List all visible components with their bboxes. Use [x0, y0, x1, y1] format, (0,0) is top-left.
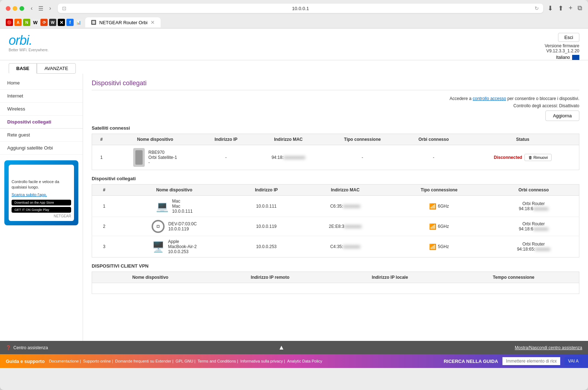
- dev1-type: 📶 6GHz: [390, 196, 488, 217]
- table-row: 2 DEV-D7:03:0C 10.0.0.119: [92, 217, 579, 236]
- vpn-table: Nome dispositivo Indirizzo IP remoto Ind…: [92, 272, 579, 294]
- satellites-table: # Nome dispositivo Indirizzo IP Indirizz…: [92, 134, 579, 170]
- fav-6[interactable]: W: [49, 19, 56, 26]
- col-indirizzo-mac: Indirizzo MAC: [253, 134, 324, 145]
- sidebar-item-home[interactable]: Home: [0, 77, 83, 90]
- dev3-orbi: Orbi Router 94:18:65:xxxxxxx: [488, 236, 579, 257]
- address-icon: ⊡: [62, 5, 66, 11]
- footer-link-privacy[interactable]: Informativa sulla privacy: [240, 359, 285, 363]
- dev1-brand: Mac: [172, 199, 193, 204]
- fav-4[interactable]: W: [32, 19, 39, 26]
- tab-title: NETGEAR Router Orbi: [99, 20, 148, 25]
- main-panel: Dispositivi collegati Accedere a control…: [83, 74, 588, 341]
- dev1-label: Mac: [172, 204, 193, 209]
- active-tab[interactable]: 🔲 NETGEAR Router Orbi ✕: [85, 17, 161, 27]
- laptop-icon: 💻: [156, 200, 169, 212]
- vai-button[interactable]: VAI A: [565, 357, 582, 365]
- address-bar[interactable]: ⊡ 10.0.0.1 ↻: [58, 4, 544, 13]
- sidebar-item-dispositivi[interactable]: Dispositivi collegati: [0, 116, 83, 129]
- nav-tabs: BASE AVANZATE: [0, 63, 588, 74]
- page-content: orbi. Better WiFi. Everywhere. Esci Vers…: [0, 29, 588, 368]
- ring-icon: [152, 220, 165, 233]
- logo-sub: Better WiFi. Everywhere.: [9, 48, 49, 52]
- fav-9[interactable]: 📊: [75, 19, 82, 26]
- col-tipo-connessione: Tipo connessione: [324, 134, 401, 145]
- sidebar-item-wireless[interactable]: Wireless: [0, 103, 83, 116]
- new-tab-icon[interactable]: +: [569, 4, 572, 12]
- access-control-link[interactable]: controllo accesso: [473, 96, 506, 101]
- sat-connection: -: [324, 145, 401, 170]
- remove-label: Rimuovi: [533, 155, 548, 160]
- table-row: 1 RBE970 Orbi Satellite-1 -: [92, 145, 579, 170]
- dev2-freq: 6GHz: [438, 224, 449, 229]
- footer-link-faq[interactable]: Domande frequenti su Extender: [115, 359, 173, 363]
- dev2-sub: 10.0.0.119: [168, 226, 197, 231]
- share-icon[interactable]: ⬆: [558, 4, 563, 12]
- maximize-button[interactable]: [19, 6, 24, 11]
- fav-3[interactable]: N: [23, 19, 30, 26]
- dev1-orbi-mac: 94:18:6xxxxxxx: [492, 206, 575, 211]
- flag-icon: [572, 55, 579, 60]
- app-store-badge[interactable]: Download on the App Store: [12, 200, 71, 205]
- footer-link-terms[interactable]: Terms and Conditions: [197, 359, 238, 363]
- netgear-brand: NETGEAR: [12, 214, 71, 218]
- downloads-icon[interactable]: ⬇: [548, 4, 553, 12]
- sat-mac: 94:18:xxxxxxxxxx: [253, 145, 324, 170]
- aggiorna-button[interactable]: Aggiorna: [545, 110, 579, 121]
- tab-close-button[interactable]: ✕: [151, 20, 155, 25]
- language-selector[interactable]: Italiano: [556, 55, 579, 60]
- dev3-num: 3: [92, 236, 116, 257]
- centro-assistenza-link[interactable]: Centro assistenza: [13, 345, 48, 350]
- forward-button[interactable]: ›: [47, 4, 53, 13]
- ad-link[interactable]: Scarica subito l'app.: [12, 192, 71, 197]
- tab-avanzate[interactable]: AVANZATE: [37, 63, 76, 74]
- close-button[interactable]: [6, 6, 10, 11]
- access-control-text: Accedere a: [449, 96, 471, 101]
- tabs-icon[interactable]: ⧉: [578, 4, 582, 12]
- satellites-section-title: Satelliti connessi: [92, 125, 579, 131]
- info-bar: Accedere a controllo accesso per consent…: [92, 96, 579, 121]
- minimize-button[interactable]: [13, 6, 17, 11]
- traffic-lights: [6, 6, 24, 11]
- ad-logo: orbi.: [12, 168, 71, 177]
- sidebar: Home Internet Wireless Dispositivi colle…: [0, 74, 83, 341]
- tab-base[interactable]: BASE: [9, 63, 37, 74]
- sidebar-item-aggiungi-satellite[interactable]: Aggiungi satellite Orbi: [0, 142, 83, 155]
- fav-2[interactable]: A: [14, 19, 22, 26]
- dev3-orbi-name: Orbi Router: [492, 242, 575, 247]
- dev2-orbi-mac: 94:18:6xxxxxxx: [492, 226, 575, 231]
- sidebar-item-internet[interactable]: Internet: [0, 90, 83, 103]
- info-right: Accedere a controllo accesso per consent…: [449, 96, 579, 121]
- vpn-empty-row: [92, 283, 579, 294]
- fav-1[interactable]: 🔴: [6, 19, 13, 26]
- dev1-orbi-name: Orbi Router: [492, 201, 575, 206]
- footer-link-supporto[interactable]: Supporto online: [83, 359, 113, 363]
- footer-links: Documentazione Supporto online Domande f…: [49, 359, 322, 363]
- dev-col-num: #: [92, 185, 116, 196]
- footer-link-doc[interactable]: Documentazione: [49, 359, 81, 363]
- esci-button[interactable]: Esci: [558, 33, 579, 42]
- sat-status: Disconnected 🗑 Rimuovi: [466, 145, 579, 170]
- sat-model: RBE970: [148, 150, 177, 155]
- sat-mac-blurred: xxxxxxxxxx: [284, 155, 305, 160]
- fav-8[interactable]: f: [66, 19, 74, 26]
- wifi-6ghz-icon-2: 📶: [429, 223, 436, 230]
- back-button[interactable]: ‹: [29, 4, 35, 13]
- google-play-badge[interactable]: GET IT ON Google Play: [12, 207, 71, 213]
- fav-7[interactable]: ✕: [58, 19, 65, 26]
- show-hide-link[interactable]: Mostra/Nascondi centro assistenza: [515, 345, 582, 350]
- language-text: Italiano: [556, 55, 570, 60]
- reload-icon[interactable]: ↻: [535, 5, 539, 11]
- footer-link-gpl[interactable]: GPL GNU: [175, 359, 195, 363]
- search-input[interactable]: [502, 357, 560, 365]
- table-row: 3 🖥️ Apple MacBook-Air-2 10.0.0.253: [92, 236, 579, 257]
- satellite-device-icon: [133, 148, 145, 167]
- footer-link-analytic[interactable]: Analytic Data Policy: [287, 359, 322, 363]
- connected-table: # Nome dispositivo Indirizzo IP Indirizz…: [92, 184, 579, 257]
- sidebar-toggle[interactable]: ☰: [36, 4, 45, 13]
- fav-5[interactable]: ⟳: [40, 19, 48, 26]
- sidebar-item-rete-guest[interactable]: Rete guest: [0, 129, 83, 142]
- rimuovi-button[interactable]: 🗑 Rimuovi: [524, 154, 552, 161]
- help-section: ❓ Centro assistenza: [6, 345, 48, 350]
- dev2-type: 📶 6GHz: [390, 217, 488, 236]
